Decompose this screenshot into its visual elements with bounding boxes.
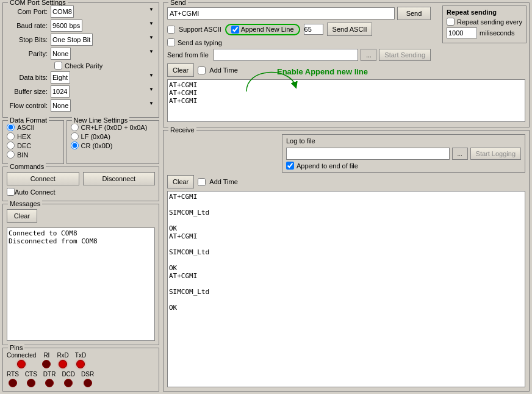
send-add-time-checkbox[interactable] (198, 66, 206, 74)
repeat-sending-label: Repeat sending every (457, 18, 522, 26)
send-command-input[interactable] (167, 7, 395, 20)
append-to-end-label: Append to end of file (297, 162, 358, 170)
dec-label: DEC (17, 142, 31, 149)
send-file-path-input[interactable] (214, 49, 358, 61)
start-sending-button[interactable]: Start Sending (379, 49, 431, 61)
disconnect-button[interactable]: Disconnect (83, 172, 156, 185)
repeat-sending-title: Repeat sending (447, 9, 522, 16)
bin-label: BIN (17, 151, 28, 159)
pin-rts-light (9, 379, 17, 387)
data-format-title: Data Format (8, 116, 49, 124)
stop-bits-label: Stop Bits: (7, 36, 51, 43)
send-as-typing-checkbox[interactable] (167, 38, 175, 46)
pin-cts-light (27, 379, 35, 387)
pin-dcd-light (64, 379, 73, 387)
pin-rts: RTS (7, 371, 19, 387)
buffer-size-select[interactable]: 1024 (51, 85, 70, 98)
right-panel: Send Repeat sending Repeat sending every… (162, 0, 532, 394)
cr-radio[interactable] (71, 141, 79, 149)
receive-add-time-checkbox[interactable] (198, 178, 206, 186)
send-title: Send (168, 0, 188, 6)
log-file-path-input[interactable] (286, 148, 450, 160)
repeat-sending-checkbox[interactable] (447, 18, 455, 26)
start-logging-button[interactable]: Start Logging (470, 148, 521, 160)
com-port-label: Com Port: (7, 8, 51, 15)
send-from-file-label: Send from file (167, 51, 209, 59)
send-button[interactable]: Send (397, 7, 431, 20)
data-bits-label: Data bits: (7, 74, 51, 81)
hex-label: HEX (17, 133, 31, 140)
pin-connected-light (17, 360, 26, 368)
send-add-time-label: Add Time (209, 66, 237, 74)
lf-radio[interactable] (71, 132, 79, 140)
pin-txd-light (76, 360, 85, 368)
commands-group: Commands Connect Disconnect Auto Connect (2, 167, 159, 201)
append-newline-checkbox[interactable] (231, 26, 239, 34)
receive-add-time-label: Add Time (209, 178, 237, 185)
auto-connect-label: Auto Connect (15, 188, 56, 196)
buffer-size-label: Buffer size: (7, 88, 51, 95)
messages-clear-button[interactable]: Clear (7, 209, 37, 223)
flow-control-label: Flow control: (7, 102, 51, 109)
data-format-newline-row: Data Format ASCII HEX DEC BIN (2, 120, 159, 164)
repeat-ms-label: miliseconds (480, 29, 514, 37)
support-ascii-label: Support ASCII (179, 26, 221, 33)
char-count-input[interactable] (304, 24, 323, 35)
append-newline-label: Append New Line (241, 26, 294, 33)
new-line-settings-title: New Line Settings (72, 116, 130, 124)
cr-lf-label: CR+LF (0x0D + 0x0A) (81, 124, 148, 131)
cr-lf-radio[interactable] (71, 123, 79, 131)
send-ascii-button[interactable]: Send ASCII (327, 23, 373, 36)
stop-bits-select[interactable]: One Stop Bit (51, 34, 93, 46)
flow-control-select[interactable]: None (51, 99, 71, 112)
log-browse-button[interactable]: ... (452, 148, 468, 160)
receive-clear-button[interactable]: Clear (167, 175, 194, 188)
messages-group: Messages Clear Connected to COM8 Disconn… (2, 204, 159, 345)
send-history-textarea[interactable]: AT+CGMI AT+CGMI AT+CGMI (167, 79, 525, 122)
baud-rate-label: Baud rate: (7, 22, 51, 29)
pin-dtr: DTR (43, 371, 56, 387)
pin-ri-light (42, 360, 51, 368)
cr-label: CR (0x0D) (81, 142, 113, 149)
pin-txd: TxD (75, 352, 86, 368)
dec-radio[interactable] (7, 141, 15, 149)
ascii-label: ASCII (17, 124, 35, 131)
pin-dcd: DCD (62, 371, 75, 387)
pin-rxd: RxD (57, 352, 68, 368)
data-bits-select[interactable]: Eight (51, 71, 70, 84)
append-newline-highlight: Append New Line (225, 24, 300, 35)
com-port-select[interactable]: COM8 (51, 5, 74, 18)
support-ascii-checkbox[interactable] (167, 26, 175, 34)
check-parity-checkbox[interactable] (54, 62, 62, 70)
baud-rate-select[interactable]: 9600 bps (51, 20, 82, 32)
parity-select[interactable]: None (51, 48, 71, 60)
bin-radio[interactable] (7, 151, 15, 159)
receive-textarea[interactable]: AT+CGMI SIMCOM_Ltd OK AT+CGMI SIMCOM_Ltd… (167, 191, 525, 387)
send-clear-button[interactable]: Clear (167, 63, 194, 77)
commands-title: Commands (8, 163, 46, 170)
pin-rxd-light (59, 360, 67, 368)
com-port-settings-group: COM Port Settings Com Port: COM8 Baud ra… (2, 2, 159, 118)
pin-cts: CTS (25, 371, 37, 387)
pin-ri: RI (42, 352, 51, 368)
hex-radio[interactable] (7, 132, 15, 140)
lf-label: LF (0x0A) (81, 133, 110, 140)
browse-file-button[interactable]: ... (361, 49, 376, 61)
receive-group: Receive Log to file ... Start Logging Ap… (163, 130, 530, 392)
send-group: Send Repeat sending Repeat sending every… (163, 2, 530, 127)
log-to-file-box: Log to file ... Start Logging Append to … (282, 134, 525, 173)
log-to-file-title: Log to file (286, 137, 521, 145)
repeat-sending-box: Repeat sending Repeat sending every mili… (442, 5, 527, 43)
data-format-group: Data Format ASCII HEX DEC BIN (2, 120, 64, 164)
pin-connected: Connected (7, 352, 36, 368)
ascii-radio[interactable] (7, 123, 15, 131)
append-to-end-checkbox[interactable] (286, 162, 294, 170)
auto-connect-checkbox[interactable] (7, 188, 15, 196)
pins-title: Pins (8, 344, 24, 351)
connect-button[interactable]: Connect (7, 172, 79, 185)
repeat-interval-input[interactable] (447, 27, 477, 38)
new-line-settings-group: New Line Settings CR+LF (0x0D + 0x0A) LF… (66, 120, 159, 164)
pin-dsr: DSR (81, 371, 94, 387)
pin-dtr-light (45, 379, 54, 387)
pin-dsr-light (84, 379, 92, 387)
